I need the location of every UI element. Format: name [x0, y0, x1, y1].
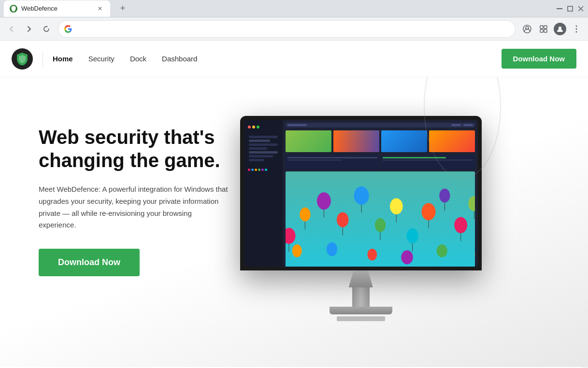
svg-point-41 — [367, 249, 377, 260]
svg-point-12 — [576, 28, 577, 29]
back-button[interactable] — [4, 21, 19, 37]
hero-section: Web security that's changing the game. M… — [0, 77, 588, 367]
close-button[interactable] — [577, 5, 584, 12]
nav-divider — [43, 51, 43, 67]
svg-point-33 — [439, 189, 450, 203]
svg-point-29 — [406, 228, 418, 243]
svg-point-27 — [390, 198, 403, 214]
extensions-button[interactable] — [536, 21, 551, 37]
account-icon-button[interactable] — [519, 21, 535, 37]
hero-download-button[interactable]: Download Now — [39, 249, 140, 276]
monitor-sidebar — [244, 120, 283, 267]
hero-content: Web security that's changing the game. M… — [39, 106, 230, 276]
profile-button[interactable] — [552, 21, 568, 37]
svg-point-23 — [354, 186, 369, 205]
svg-point-25 — [375, 218, 386, 232]
site-logo — [12, 48, 33, 70]
nav-download-button[interactable]: Download Now — [502, 49, 577, 69]
address-bar[interactable] — [58, 20, 516, 38]
svg-point-11 — [576, 25, 577, 27]
svg-point-35 — [454, 217, 467, 233]
forward-button[interactable] — [21, 21, 37, 37]
svg-rect-1 — [568, 6, 573, 11]
nav-link-security[interactable]: Security — [88, 53, 115, 65]
svg-point-39 — [292, 244, 301, 257]
svg-rect-6 — [540, 26, 543, 28]
toolbar-actions — [519, 21, 584, 37]
browser-content: Home Security Dock Dashboard Download No… — [0, 41, 588, 368]
svg-rect-8 — [540, 29, 543, 32]
menu-button[interactable] — [569, 21, 584, 37]
svg-point-13 — [576, 31, 577, 32]
browser-toolbar — [0, 17, 588, 41]
browser-tab[interactable]: WebDefence ✕ — [4, 0, 110, 17]
svg-point-21 — [337, 212, 348, 227]
svg-point-42 — [401, 250, 413, 264]
nav-link-home[interactable]: Home — [53, 53, 73, 65]
tab-close-button[interactable]: ✕ — [96, 4, 104, 13]
svg-point-40 — [327, 242, 337, 256]
hero-title: Web security that's changing the game. — [39, 126, 230, 172]
hero-description: Meet WebDefence: A powerful integration … — [39, 184, 230, 231]
title-bar: WebDefence ✕ + — [0, 0, 588, 17]
address-input[interactable] — [76, 25, 509, 33]
svg-rect-9 — [544, 29, 547, 32]
svg-point-31 — [421, 203, 435, 221]
svg-rect-0 — [557, 8, 562, 9]
tab-title: WebDefence — [21, 5, 92, 12]
svg-rect-7 — [544, 26, 547, 28]
nav-link-dock[interactable]: Dock — [130, 53, 146, 65]
reload-button[interactable] — [39, 21, 54, 37]
balloon-scene — [286, 171, 475, 267]
tab-favicon — [10, 5, 17, 13]
svg-point-17 — [300, 207, 310, 221]
nav-links: Home Security Dock Dashboard — [53, 53, 502, 65]
nav-link-dashboard[interactable]: Dashboard — [162, 53, 197, 65]
new-tab-button[interactable]: + — [116, 2, 129, 15]
svg-point-19 — [317, 192, 331, 210]
svg-point-43 — [436, 244, 447, 257]
browser-window: WebDefence ✕ + — [0, 0, 588, 368]
google-icon — [64, 25, 72, 33]
minimize-button[interactable] — [556, 5, 563, 12]
maximize-button[interactable] — [567, 5, 574, 12]
site-nav: Home Security Dock Dashboard Download No… — [0, 41, 588, 77]
